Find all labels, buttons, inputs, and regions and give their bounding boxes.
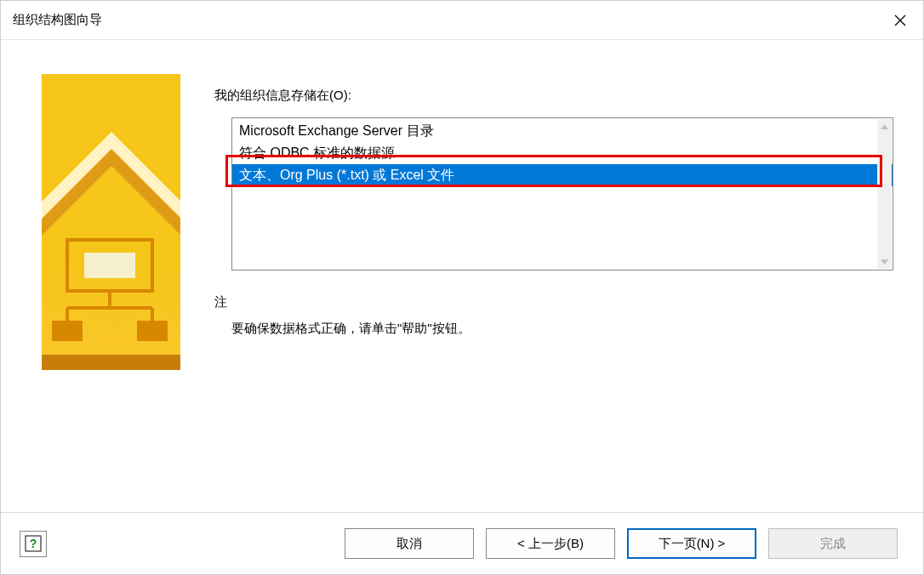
close-button[interactable]: [877, 2, 923, 39]
dialog-body: 我的组织信息存储在(O): Microsoft Exchange Server …: [1, 40, 923, 512]
svg-marker-14: [881, 259, 888, 265]
list-item[interactable]: 符合 ODBC 标准的数据源: [232, 142, 893, 164]
wizard-illustration: [42, 74, 180, 370]
scroll-down-icon[interactable]: [877, 254, 892, 269]
main-content: 我的组织信息存储在(O): Microsoft Exchange Server …: [180, 74, 893, 512]
help-icon: ?: [24, 534, 43, 553]
footer-buttons: 取消 < 上一步(B) 下一页(N) > 完成: [345, 528, 898, 559]
listbox-scrollbar[interactable]: [877, 119, 892, 269]
list-item[interactable]: Microsoft Exchange Server 目录: [232, 120, 893, 142]
scroll-up-icon[interactable]: [877, 119, 892, 134]
help-button[interactable]: ?: [20, 531, 47, 557]
list-item-selected[interactable]: 文本、Org Plus (*.txt) 或 Excel 文件: [232, 164, 893, 186]
svg-text:?: ?: [30, 537, 37, 550]
back-button[interactable]: < 上一步(B): [486, 528, 615, 559]
note-text: 要确保数据格式正确，请单击"帮助"按钮。: [231, 321, 893, 337]
close-icon: [894, 14, 906, 26]
listbox-wrapper: Microsoft Exchange Server 目录 符合 ODBC 标准的…: [231, 117, 893, 270]
finish-button: 完成: [768, 528, 898, 559]
next-button[interactable]: 下一页(N) >: [627, 528, 756, 559]
data-source-label: 我的组织信息存储在(O):: [214, 88, 893, 104]
wizard-dialog: 组织结构图向导 我的组织信息存储: [0, 0, 924, 575]
note-heading: 注: [214, 294, 893, 310]
svg-rect-10: [52, 321, 83, 341]
svg-rect-5: [84, 253, 135, 278]
titlebar: 组织结构图向导: [1, 1, 923, 40]
svg-rect-11: [137, 321, 168, 341]
svg-marker-13: [881, 124, 888, 129]
svg-rect-12: [42, 355, 180, 370]
dialog-title: 组织结构图向导: [13, 12, 102, 28]
dialog-footer: ? 取消 < 上一步(B) 下一页(N) > 完成: [1, 512, 923, 574]
data-source-listbox[interactable]: Microsoft Exchange Server 目录 符合 ODBC 标准的…: [231, 117, 893, 270]
cancel-button[interactable]: 取消: [345, 528, 474, 559]
